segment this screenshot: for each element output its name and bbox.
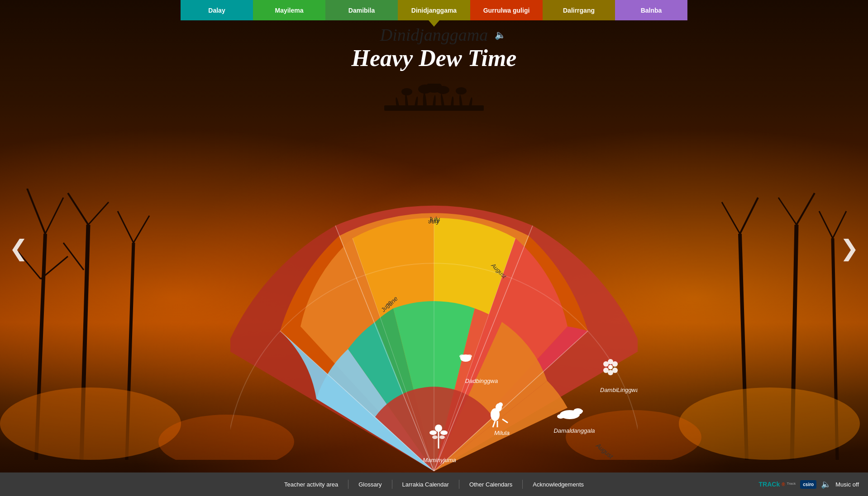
top-navigation: Dalay Mayilema Damibila Dinidjanggama Gu… — [0, 0, 868, 20]
svg-point-52 — [466, 358, 470, 360]
nav-dalirrgang[interactable]: Dalirrgang — [543, 0, 615, 20]
nav-dropdown-arrow — [429, 20, 439, 27]
svg-point-39 — [456, 87, 467, 94]
svg-point-75 — [439, 435, 445, 439]
title-english: Heavy Dew Time — [352, 45, 517, 71]
track-text: TRACk — [759, 481, 780, 488]
csiro-badge[interactable]: csiro — [800, 480, 816, 489]
next-button[interactable]: ❯ — [840, 235, 859, 261]
dambilinggwa-label: DambiLinggwa — [600, 387, 638, 393]
maminyjuma-label: Maminyjuma — [423, 457, 456, 463]
svg-rect-34 — [384, 105, 484, 111]
music-off-button[interactable]: Music off — [835, 481, 859, 488]
svg-point-72 — [429, 430, 437, 435]
prev-button[interactable]: ❮ — [9, 235, 28, 261]
damaldanggala-label: Damaldanggala — [553, 427, 595, 434]
svg-point-53 — [608, 365, 613, 369]
svg-point-50 — [467, 354, 472, 358]
nav-damibila[interactable]: Damibila — [325, 0, 398, 20]
svg-point-73 — [440, 430, 448, 435]
dadbinggwa-label: Dadbinggwa — [465, 378, 498, 384]
month-july-label: July — [428, 217, 440, 225]
seasonal-wheel: July June August June July August Dadbin… — [230, 155, 638, 471]
nav-dinidjanggama[interactable]: Dinidjanggama — [398, 0, 470, 20]
svg-point-38 — [401, 88, 412, 95]
svg-point-67 — [557, 414, 564, 419]
sound-icon[interactable]: 🔈 — [495, 29, 506, 40]
svg-point-37 — [437, 86, 449, 94]
larrakia-calendar-link[interactable]: Larrakia Calendar — [392, 481, 459, 488]
volume-icon[interactable]: 🔈 — [821, 479, 831, 489]
svg-point-59 — [603, 361, 609, 367]
svg-point-74 — [432, 435, 438, 439]
bottom-right-area: TRACk ® Track csiro 🔈 Music off — [759, 479, 859, 489]
grass-silhouette — [384, 84, 484, 111]
teacher-activity-link[interactable]: Teacher activity area — [274, 481, 348, 488]
nav-balnba[interactable]: Balnba — [615, 0, 687, 20]
track-superscript: ® — [782, 482, 785, 487]
svg-point-51 — [461, 358, 466, 360]
svg-point-71 — [435, 425, 442, 432]
nav-dalay[interactable]: Dalay — [181, 0, 253, 20]
glossary-link[interactable]: Glossary — [348, 481, 391, 488]
milula-label: Milula — [494, 430, 510, 436]
month-august: August — [594, 441, 615, 460]
acknowledgements-link[interactable]: Acknowledgements — [523, 481, 594, 488]
bottom-navigation: Teacher activity area Glossary Larrakia … — [0, 472, 868, 496]
nav-mayilema[interactable]: Mayilema — [253, 0, 325, 20]
svg-point-58 — [603, 368, 609, 373]
track-logo[interactable]: TRACk ® Track — [759, 481, 796, 488]
svg-point-62 — [498, 402, 503, 407]
title-area: Dinidjanggama 🔈 Heavy Dew Time — [352, 25, 517, 71]
nav-gurrulwa[interactable]: Gurrulwa guligi — [470, 0, 543, 20]
other-calendars-link[interactable]: Other Calendars — [459, 481, 522, 488]
track-subtitle: Track — [787, 482, 796, 486]
svg-point-49 — [459, 354, 465, 358]
title-indigenous: Dinidjanggama — [380, 25, 488, 44]
